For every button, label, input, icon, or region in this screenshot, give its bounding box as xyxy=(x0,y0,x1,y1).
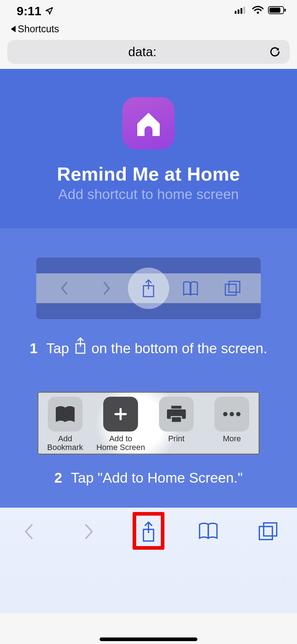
svg-rect-18 xyxy=(171,417,181,422)
location-icon xyxy=(45,4,54,18)
status-time: 9:11 xyxy=(17,4,41,18)
illus-bookmarks-icon xyxy=(180,280,201,296)
share-item-more: More xyxy=(204,392,260,455)
step1-illustration xyxy=(36,257,261,319)
illus-forward-icon xyxy=(96,280,117,297)
share-item-label: More xyxy=(223,434,241,443)
step1-number: 1 xyxy=(30,340,38,356)
address-bar[interactable]: data: xyxy=(7,40,290,64)
status-right xyxy=(235,6,286,16)
hero: Remind Me at Home Add shortcut to home s… xyxy=(0,69,297,228)
step2-number: 2 xyxy=(54,470,62,486)
svg-point-4 xyxy=(257,12,259,14)
step1-text: 1 Tap on the bottom of the screen. xyxy=(29,337,268,360)
safari-toolbar xyxy=(0,508,297,613)
shortcut-title: Remind Me at Home xyxy=(57,163,240,185)
back-to-app-button[interactable]: Shortcuts xyxy=(0,22,297,36)
illus-share-icon xyxy=(138,278,159,298)
svg-rect-10 xyxy=(229,281,240,292)
toolbar-back-button[interactable] xyxy=(14,521,43,542)
share-item-label: Add to Home Screen xyxy=(96,434,145,452)
address-bar-text: data: xyxy=(16,45,269,59)
wifi-icon xyxy=(252,6,264,16)
page-content: Remind Me at Home Add shortcut to home s… xyxy=(0,69,297,508)
step2-label: Tap "Add to Home Screen." xyxy=(71,470,243,486)
toolbar-bookmarks-button[interactable] xyxy=(194,521,223,540)
footer xyxy=(0,508,297,644)
inline-share-icon xyxy=(73,337,88,360)
svg-point-19 xyxy=(223,412,227,416)
share-button-highlight xyxy=(133,512,164,550)
svg-rect-16 xyxy=(171,406,181,409)
step1-after: on the bottom of the screen. xyxy=(91,340,267,356)
add-home-tile xyxy=(103,397,138,432)
shortcut-app-icon xyxy=(122,97,175,149)
svg-rect-2 xyxy=(240,8,242,14)
add-bookmark-tile xyxy=(48,397,83,432)
reload-icon[interactable] xyxy=(269,46,281,58)
svg-rect-7 xyxy=(284,9,286,12)
svg-rect-25 xyxy=(259,527,272,540)
battery-icon xyxy=(268,6,286,16)
print-tile xyxy=(159,397,194,432)
svg-rect-1 xyxy=(238,9,239,14)
status-bar: 9:11 xyxy=(0,0,297,22)
svg-rect-3 xyxy=(243,7,245,14)
home-indicator[interactable] xyxy=(100,637,197,641)
share-item-print: Print xyxy=(148,392,204,455)
svg-rect-24 xyxy=(264,523,277,536)
instructions: 1 Tap on the bottom of the screen. xyxy=(0,257,297,486)
toolbar-forward-button[interactable] xyxy=(74,521,103,542)
illus-tabs-icon xyxy=(222,280,243,297)
share-item-add-bookmark: Add Bookmark xyxy=(37,392,93,455)
status-left: 9:11 xyxy=(17,4,54,18)
more-tile xyxy=(214,397,249,432)
step2-text: 2 Tap "Add to Home Screen." xyxy=(14,470,283,486)
illus-back-icon xyxy=(54,280,75,297)
toolbar-tabs-button[interactable] xyxy=(254,521,283,541)
share-item-add-home: Add to Home Screen xyxy=(93,392,149,455)
shortcut-subtitle: Add shortcut to home screen xyxy=(58,186,239,202)
svg-point-20 xyxy=(230,412,234,416)
svg-rect-0 xyxy=(235,11,237,14)
back-to-app-label: Shortcuts xyxy=(18,24,59,35)
share-item-label: Print xyxy=(168,434,184,443)
cellular-icon xyxy=(235,6,248,16)
svg-rect-6 xyxy=(269,8,280,13)
share-item-label: Add Bookmark xyxy=(47,434,83,452)
svg-point-21 xyxy=(236,412,240,416)
step2-illustration: Add Bookmark Add to Home Screen xyxy=(37,392,260,455)
step1-before: Tap xyxy=(46,340,69,356)
address-bar-area: data: xyxy=(0,36,297,69)
back-triangle-icon xyxy=(11,26,16,32)
svg-rect-11 xyxy=(225,284,236,295)
